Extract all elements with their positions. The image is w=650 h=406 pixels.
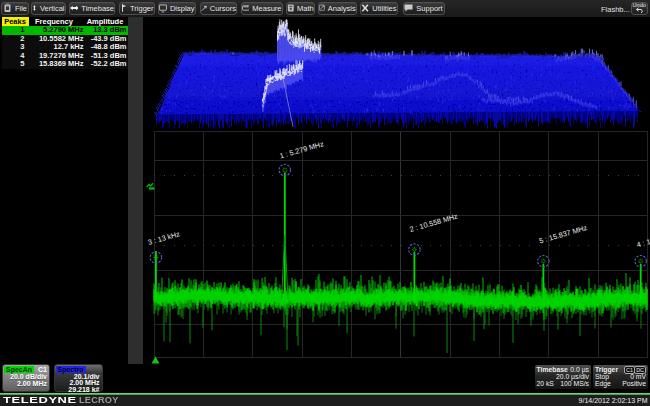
svg-text:5 : 15.837 MHz: 5 : 15.837 MHz [538, 223, 588, 245]
svg-text:2 : 10.558 MHz: 2 : 10.558 MHz [409, 212, 459, 234]
svg-text:3 : 13 kHz: 3 : 13 kHz [147, 229, 181, 247]
